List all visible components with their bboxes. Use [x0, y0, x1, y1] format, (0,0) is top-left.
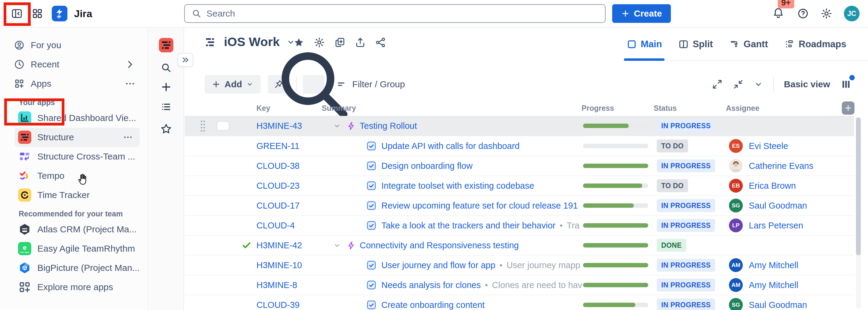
- issue-key[interactable]: H3MINE-8: [256, 280, 297, 290]
- tab-gantt[interactable]: Gantt: [729, 28, 768, 61]
- filter-group-button[interactable]: Filter / Group: [337, 79, 405, 89]
- issue-key[interactable]: CLOUD-23: [256, 181, 300, 191]
- status-badge[interactable]: IN PROGRESS: [657, 279, 715, 292]
- table-row[interactable]: H3MINE-8Needs analysis for clones•Clones…: [185, 275, 854, 294]
- assignee-cell[interactable]: ESEvi Steele: [729, 139, 788, 153]
- assignee-cell[interactable]: AMAmy Mitchell: [729, 278, 798, 292]
- assignee-cell[interactable]: AMAmy Mitchell: [729, 258, 798, 272]
- rail-expand-button[interactable]: [178, 53, 193, 67]
- status-badge[interactable]: IN PROGRESS: [657, 159, 715, 173]
- help-icon[interactable]: [797, 7, 809, 20]
- assignee-name[interactable]: Erica Brown: [749, 181, 796, 191]
- issue-summary[interactable]: Review upcoming feature set for cloud re…: [381, 201, 578, 211]
- column-header-summary[interactable]: Summary: [322, 104, 356, 113]
- scrollbar-thumb[interactable]: [856, 117, 861, 255]
- settings-gear-icon[interactable]: [820, 7, 833, 20]
- issue-summary[interactable]: Design onboarding flow: [381, 161, 472, 171]
- status-badge[interactable]: IN PROGRESS: [657, 219, 715, 232]
- assignee-cell[interactable]: SGSaul Goodman: [729, 199, 807, 213]
- status-badge[interactable]: DONE: [657, 239, 686, 252]
- chevron-right-icon[interactable]: [125, 59, 135, 70]
- table-row[interactable]: CLOUD-17Review upcoming feature set for …: [185, 195, 854, 215]
- rail-favorites-star-icon[interactable]: [160, 123, 172, 135]
- table-row[interactable]: CLOUD-4Take a look at the trackers and t…: [185, 215, 854, 235]
- assignee-name[interactable]: Lars Petersen: [749, 221, 803, 230]
- status-badge[interactable]: TO DO: [657, 140, 688, 153]
- assignee-cell[interactable]: Catherine Evans: [729, 159, 813, 173]
- collapse-all-icon[interactable]: [733, 79, 744, 90]
- assignee-name[interactable]: Amy Mitchell: [749, 260, 798, 270]
- issue-key[interactable]: CLOUD-4: [256, 221, 294, 230]
- rail-search-icon[interactable]: [160, 62, 172, 73]
- more-options-icon[interactable]: [123, 132, 133, 142]
- issue-summary[interactable]: Take a look at the trackers and their be…: [381, 221, 556, 230]
- issue-key[interactable]: H3MINE-10: [256, 260, 302, 270]
- notifications-button[interactable]: 9+: [772, 7, 785, 20]
- sidebar-app-bigpicture-project-man[interactable]: BigPicture (Project Man...: [14, 258, 140, 278]
- app-switcher-icon[interactable]: [31, 7, 43, 20]
- tab-main[interactable]: Main: [626, 28, 662, 61]
- chevron-down-icon[interactable]: [754, 80, 763, 89]
- issue-key[interactable]: H3MINE-43: [256, 121, 302, 131]
- sidebar-collapse-icon[interactable]: [11, 7, 23, 20]
- issue-key[interactable]: GREEN-11: [256, 141, 300, 151]
- issue-summary[interactable]: User journey and flow for app: [381, 260, 495, 270]
- sidebar-item-for-you[interactable]: For you: [0, 35, 148, 55]
- status-badge[interactable]: IN PROGRESS: [657, 259, 715, 272]
- table-scrollbar[interactable]: [856, 117, 861, 309]
- table-row[interactable]: H3MINE-42Connectivity and Responsiveness…: [185, 235, 854, 255]
- assignee-name[interactable]: Saul Goodman: [749, 300, 807, 310]
- add-column-button[interactable]: [842, 101, 855, 115]
- table-row[interactable]: H3MINE-10User journey and flow for app•U…: [185, 255, 854, 275]
- assignee-cell[interactable]: EBErica Brown: [729, 179, 796, 193]
- issue-summary[interactable]: Testing Rollout: [360, 121, 417, 131]
- issue-summary[interactable]: Connectivity and Responsiveness testing: [360, 241, 519, 250]
- table-row[interactable]: CLOUD-39Create onboarding contentIN PROG…: [185, 294, 854, 310]
- sidebar-app-atlas-crm-project-ma[interactable]: Atlas CRM (Project Ma...: [14, 220, 140, 239]
- sidebar-app-explore-more-apps[interactable]: Explore more apps: [14, 278, 140, 297]
- expand-all-icon[interactable]: [712, 79, 723, 90]
- issue-key[interactable]: CLOUD-39: [256, 300, 300, 310]
- row-checkbox[interactable]: [217, 121, 229, 131]
- structure-app-icon[interactable]: [159, 38, 173, 52]
- issue-summary[interactable]: Update API with calls for dashboard: [381, 141, 520, 151]
- sidebar-app-shared-dashboard-vie[interactable]: Shared Dashboard Vie...: [14, 108, 140, 128]
- tab-roadmaps[interactable]: Roadmaps: [784, 28, 846, 61]
- drag-handle-icon[interactable]: [199, 119, 207, 132]
- sidebar-app-time-tracker[interactable]: Time Tracker: [14, 185, 140, 205]
- issue-summary[interactable]: Create onboarding content: [381, 300, 485, 310]
- view-name[interactable]: Basic view: [784, 79, 830, 89]
- jira-logo-icon[interactable]: [52, 6, 67, 21]
- status-badge[interactable]: IN PROGRESS: [657, 120, 715, 132]
- share-icon[interactable]: [375, 37, 386, 48]
- rail-add-icon[interactable]: [160, 81, 172, 93]
- assignee-cell[interactable]: LPLars Petersen: [729, 218, 803, 232]
- tab-split[interactable]: Split: [678, 28, 713, 61]
- assignee-name[interactable]: Catherine Evans: [749, 161, 813, 171]
- issue-key[interactable]: CLOUD-38: [256, 161, 300, 171]
- expand-chevron-icon[interactable]: [333, 122, 341, 130]
- search-input[interactable]: Search: [184, 4, 606, 23]
- issue-summary[interactable]: Integrate toolset with existing codebase: [381, 181, 534, 191]
- sidebar-item-apps[interactable]: Apps: [0, 74, 148, 93]
- user-avatar[interactable]: JC: [844, 6, 860, 21]
- sidebar-item-recent[interactable]: Recent: [0, 55, 148, 74]
- table-row[interactable]: GREEN-11Update API with calls for dashbo…: [185, 136, 854, 156]
- column-header-key[interactable]: Key: [256, 104, 270, 113]
- issue-summary[interactable]: Needs analysis for clones: [381, 280, 480, 290]
- more-options-icon[interactable]: [125, 78, 135, 89]
- status-badge[interactable]: IN PROGRESS: [657, 199, 715, 212]
- add-item-button[interactable]: Add: [205, 75, 261, 94]
- table-row[interactable]: H3MINE-43Testing RolloutIN PROGRESS: [185, 116, 854, 136]
- rail-structure-list-icon[interactable]: [160, 101, 172, 113]
- column-header-status[interactable]: Status: [654, 104, 677, 113]
- column-header-assignee[interactable]: Assignee: [726, 104, 760, 113]
- table-row[interactable]: CLOUD-23Integrate toolset with existing …: [185, 176, 854, 195]
- assignee-name[interactable]: Evi Steele: [749, 141, 788, 151]
- issue-key[interactable]: CLOUD-17: [256, 201, 300, 211]
- status-badge[interactable]: TO DO: [657, 179, 688, 192]
- sidebar-app-structure[interactable]: Structure: [14, 128, 140, 147]
- columns-button[interactable]: [840, 79, 852, 90]
- status-badge[interactable]: IN PROGRESS: [657, 299, 715, 310]
- assignee-name[interactable]: Saul Goodman: [749, 201, 807, 211]
